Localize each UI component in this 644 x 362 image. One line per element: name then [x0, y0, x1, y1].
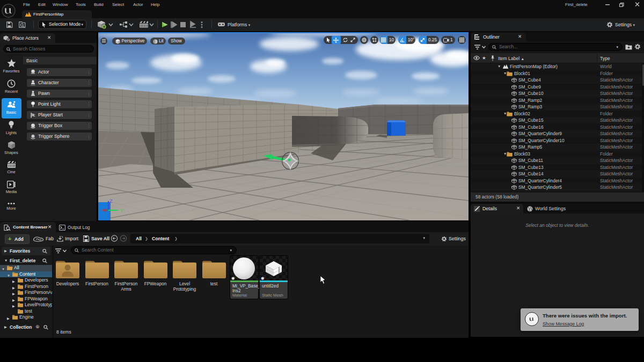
svg-text:Y: Y [120, 208, 123, 213]
svg-text:Z: Z [109, 198, 113, 204]
